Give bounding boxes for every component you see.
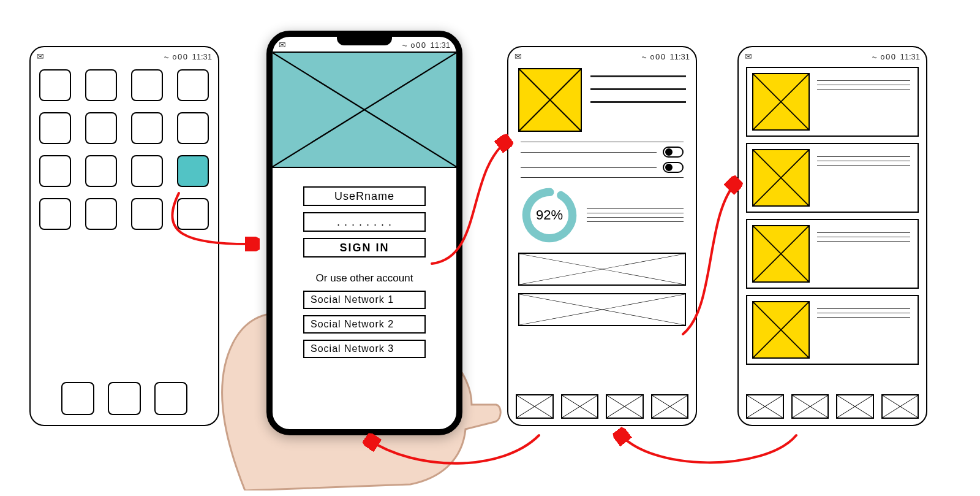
app-icon[interactable] xyxy=(85,112,117,144)
list-item-text xyxy=(817,149,913,207)
list-item[interactable] xyxy=(746,143,919,213)
hero-image-placeholder xyxy=(273,52,456,168)
signal-bars: oOO xyxy=(880,52,896,61)
app-icon[interactable] xyxy=(131,112,163,144)
svg-point-4 xyxy=(521,186,578,244)
app-icon[interactable] xyxy=(85,198,117,230)
nav-item[interactable] xyxy=(746,394,784,419)
mail-icon xyxy=(745,52,752,61)
signal-bars: oOO xyxy=(410,40,426,50)
wifi-icon xyxy=(642,52,646,61)
mail-icon xyxy=(37,52,44,61)
screen-home: oOO 11:31 xyxy=(29,46,219,426)
app-icon[interactable] xyxy=(39,155,71,187)
clock: 11:31 xyxy=(192,52,212,61)
signin-form: UseRname . . . . . . . . SIGN IN Or use … xyxy=(273,168,456,358)
list-item[interactable] xyxy=(746,295,919,365)
app-icon[interactable] xyxy=(131,198,163,230)
nav-item[interactable] xyxy=(881,394,919,419)
signin-button[interactable]: SIGN IN xyxy=(303,238,426,258)
app-icon[interactable] xyxy=(85,155,117,187)
progress-donut: 92% xyxy=(521,186,578,244)
mail-icon xyxy=(279,40,286,50)
list-item-text xyxy=(817,73,913,131)
card-placeholder[interactable] xyxy=(518,253,686,286)
signal-bars: oOO xyxy=(172,52,188,61)
list-item-text xyxy=(817,225,913,283)
social-login-1[interactable]: Social Network 1 xyxy=(303,291,426,309)
clock: 11:31 xyxy=(430,40,450,50)
alt-signin-label: Or use other account xyxy=(316,272,413,284)
clock: 11:31 xyxy=(900,52,920,61)
item-list[interactable] xyxy=(739,63,926,368)
nav-item[interactable] xyxy=(516,394,554,419)
app-icon[interactable] xyxy=(39,112,71,144)
phone-notch xyxy=(337,36,392,45)
username-field[interactable]: UseRname xyxy=(303,186,426,206)
app-icon[interactable] xyxy=(177,69,209,101)
bottom-nav xyxy=(516,394,688,419)
nav-item[interactable] xyxy=(836,394,874,419)
thumbnail-placeholder xyxy=(752,225,810,283)
arrow-list-to-profile-nav xyxy=(619,432,796,462)
toggle-1[interactable] xyxy=(663,147,684,158)
status-bar: oOO 11:31 xyxy=(508,47,696,63)
settings-list xyxy=(508,135,696,178)
app-icon[interactable] xyxy=(131,69,163,101)
wifi-icon xyxy=(402,40,407,50)
dock-icon[interactable] xyxy=(108,382,141,415)
app-grid xyxy=(31,63,218,236)
thumbnail-placeholder xyxy=(752,149,810,207)
social-login-2[interactable]: Social Network 2 xyxy=(303,315,426,334)
card-placeholder[interactable] xyxy=(518,293,686,326)
app-icon[interactable] xyxy=(131,155,163,187)
progress-text-lines xyxy=(587,205,684,226)
dock-icon[interactable] xyxy=(61,382,94,415)
screen-signin: oOO 11:31 UseRname . . . . . . . . SIGN … xyxy=(266,31,462,435)
nav-item[interactable] xyxy=(651,394,689,419)
bottom-nav xyxy=(746,394,919,419)
mail-icon xyxy=(514,52,522,61)
nav-item[interactable] xyxy=(606,394,644,419)
signal-bars: oOO xyxy=(650,52,666,61)
screen-profile: oOO 11:31 xyxy=(507,46,697,426)
status-bar: oOO 11:31 xyxy=(739,47,926,63)
nav-item[interactable] xyxy=(791,394,829,419)
wifi-icon xyxy=(164,52,168,61)
social-login-3[interactable]: Social Network 3 xyxy=(303,340,426,358)
avatar-placeholder[interactable] xyxy=(518,68,582,132)
app-icon[interactable] xyxy=(39,69,71,101)
app-icon[interactable] xyxy=(39,198,71,230)
dock-icon[interactable] xyxy=(154,382,187,415)
app-icon-active[interactable] xyxy=(177,155,209,187)
list-item-text xyxy=(817,301,913,359)
password-field[interactable]: . . . . . . . . xyxy=(303,212,426,232)
clock: 11:31 xyxy=(669,52,690,61)
wifi-icon xyxy=(872,52,876,61)
status-bar: oOO 11:31 xyxy=(31,47,218,63)
thumbnail-placeholder xyxy=(752,301,810,359)
list-item[interactable] xyxy=(746,67,919,137)
dock xyxy=(31,382,218,415)
list-item[interactable] xyxy=(746,219,919,289)
app-icon[interactable] xyxy=(85,69,117,101)
screen-list: oOO 11:31 xyxy=(737,46,927,426)
toggle-2[interactable] xyxy=(663,162,684,173)
profile-header-text xyxy=(590,68,686,132)
app-icon[interactable] xyxy=(177,112,209,144)
arrow-profile-to-signin-nav xyxy=(368,435,539,464)
app-icon[interactable] xyxy=(177,198,209,230)
nav-item[interactable] xyxy=(561,394,599,419)
thumbnail-placeholder xyxy=(752,73,810,131)
